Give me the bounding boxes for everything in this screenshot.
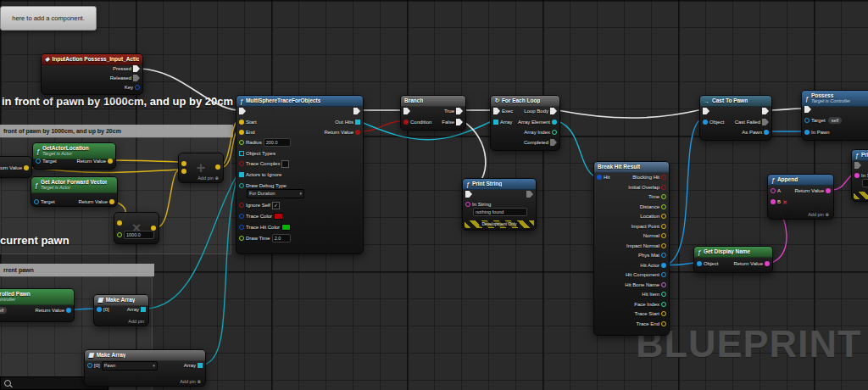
return-value-pin[interactable] xyxy=(355,130,360,135)
return-value-pin[interactable] xyxy=(66,308,71,313)
exec-pin[interactable] xyxy=(117,220,122,226)
hit-component-pin[interactable] xyxy=(661,272,666,277)
array-pin[interactable] xyxy=(198,363,203,368)
value-input[interactable]: 1000.0 xyxy=(124,231,154,239)
return-value-pin[interactable] xyxy=(826,188,831,193)
node-print-string[interactable]: ƒPrint StringIn Stringnothing foundDevel… xyxy=(462,178,537,231)
in-string-pin[interactable] xyxy=(465,202,470,207)
node-append[interactable]: ƒAppendAB✕Return ValueAdd pin ⊕ xyxy=(767,174,834,220)
exec-pin[interactable] xyxy=(493,108,500,114)
hit-bone-name-pin[interactable] xyxy=(661,282,666,287)
node-header[interactable]: Branch xyxy=(401,96,465,107)
false-pin[interactable] xyxy=(456,119,463,125)
node-branch[interactable]: BranchConditionTrueFalse xyxy=(400,95,466,131)
trace-start-pin[interactable] xyxy=(661,311,666,316)
array-index-pin[interactable] xyxy=(552,130,557,135)
dropdown-select[interactable]: Pawn▾ xyxy=(102,361,158,370)
node-make-array-1[interactable]: ▦Make Array[0]ArrayAdd pin xyxy=(93,294,149,326)
impact-point-pin[interactable] xyxy=(661,224,666,229)
add-component-button[interactable]: here to add a component. xyxy=(0,6,97,31)
exec-pin[interactable] xyxy=(353,108,360,114)
condition-pin[interactable] xyxy=(403,120,409,125)
target-pin[interactable] xyxy=(34,199,39,204)
return-value-pin[interactable] xyxy=(24,165,29,170)
node-header[interactable]: ƒPossessTarget is Controller xyxy=(802,91,868,107)
node-header[interactable]: →Cast To Pawn xyxy=(700,96,771,107)
node-header[interactable]: Break Hit Result xyxy=(594,162,669,173)
exec-pin[interactable] xyxy=(215,164,220,170)
node-get-controlled-pawn[interactable]: ƒGet Controlled PawnTarget is Controller… xyxy=(0,288,75,322)
trace-complex-pin[interactable] xyxy=(239,161,244,166)
exec-pin[interactable] xyxy=(181,169,186,174)
hit-pin[interactable] xyxy=(597,175,602,180)
key-pin[interactable] xyxy=(135,85,140,90)
object-pin[interactable] xyxy=(703,120,708,125)
location-pin[interactable] xyxy=(661,214,666,219)
add-pin-button[interactable]: Add pin ⊕ xyxy=(198,176,219,181)
trace-hit-color-pin[interactable] xyxy=(239,225,244,230)
node-header[interactable]: ƒMultiSphereTraceForObjects xyxy=(236,96,363,107)
exec-pin[interactable] xyxy=(117,232,122,237)
add-pin-button[interactable]: Add pin ⊕ xyxy=(180,379,201,384)
node-cast-to-pawn[interactable]: →Cast To PawnObjectCast FailedAs Pawn xyxy=(699,95,772,141)
exec-pin[interactable] xyxy=(703,108,709,114)
trace-end-pin[interactable] xyxy=(661,321,666,326)
node-header[interactable]: ƒGet Controlled PawnTarget is Controller xyxy=(0,289,74,305)
cast-failed-pin[interactable] xyxy=(762,119,769,125)
node-value-fragment[interactable]: Return Value xyxy=(0,156,32,178)
node-break-hit-result[interactable]: Break Hit ResultHitBlocking HitInitial O… xyxy=(593,161,670,336)
loop-body-pin[interactable] xyxy=(550,108,557,114)
node-vector-multiply[interactable]: ×1000.0 xyxy=(114,212,159,244)
value-input[interactable] xyxy=(862,179,868,187)
target-pin[interactable] xyxy=(804,118,810,123)
return-value-pin[interactable] xyxy=(109,199,114,204)
array-pin[interactable] xyxy=(493,120,498,125)
node-input-action-possess[interactable]: ◆InputAction Possess_Input_ActionPressed… xyxy=(41,53,143,95)
start-pin[interactable] xyxy=(239,120,244,125)
released-pin[interactable] xyxy=(133,75,140,81)
trace-color-pin[interactable] xyxy=(239,214,244,219)
true-pin[interactable] xyxy=(456,108,463,114)
-0--pin[interactable] xyxy=(97,307,102,312)
array-pin[interactable] xyxy=(141,307,146,312)
exec-pin[interactable] xyxy=(181,161,186,166)
exec-pin[interactable] xyxy=(239,108,246,114)
blocking-hit-pin[interactable] xyxy=(661,175,666,180)
node-possess[interactable]: ƒPossessTarget is ControllerTargetselfIn… xyxy=(801,90,868,141)
normal-pin[interactable] xyxy=(661,233,666,238)
array-element-pin[interactable] xyxy=(552,120,557,125)
time-pin[interactable] xyxy=(661,194,666,199)
checkbox[interactable] xyxy=(281,160,289,168)
exec-pin[interactable] xyxy=(403,108,410,114)
object-types-pin[interactable] xyxy=(239,151,244,156)
value-input[interactable]: 2.0 xyxy=(272,234,291,242)
exec-pin[interactable] xyxy=(526,191,533,198)
pressed-pin[interactable] xyxy=(133,65,140,72)
in-pawn-pin[interactable] xyxy=(804,130,810,135)
checkbox[interactable]: ✓ xyxy=(272,202,280,209)
node-header[interactable]: ▦Make Array xyxy=(85,350,205,361)
-0--pin[interactable] xyxy=(87,363,92,368)
node-get-display-name[interactable]: ƒGet Display NameObjectReturn Value xyxy=(693,246,773,273)
radius-pin[interactable] xyxy=(239,140,244,145)
draw-debug-type-pin[interactable] xyxy=(239,183,244,188)
node-header[interactable]: ƒAppend xyxy=(768,175,833,186)
out-hits-pin[interactable] xyxy=(355,120,360,125)
node-vector-add[interactable]: +Add pin ⊕ xyxy=(178,153,224,183)
a-pin[interactable] xyxy=(771,188,776,193)
in-string-pin[interactable] xyxy=(854,173,860,178)
end-pin[interactable] xyxy=(239,130,244,135)
color-swatch[interactable] xyxy=(274,213,283,220)
node-header[interactable]: ƒPrint String xyxy=(852,150,868,161)
node-print-string-2[interactable]: ƒPrint StringIn StringDevelopment Only xyxy=(851,149,868,202)
node-header[interactable]: ↻For Each Loop xyxy=(491,96,559,107)
hit-item-pin[interactable] xyxy=(661,292,666,297)
exec-pin[interactable] xyxy=(762,108,769,114)
node-header[interactable]: ƒGet Actor Forward VectorTarget is Actor xyxy=(31,177,117,193)
impact-normal-pin[interactable] xyxy=(661,243,666,248)
value-input[interactable]: nothing found xyxy=(473,208,527,216)
node-make-array-2[interactable]: ▦Make Array[0]Pawn▾ArrayAdd pin ⊕ xyxy=(84,349,206,387)
completed-pin[interactable] xyxy=(550,139,557,146)
node-header[interactable]: ƒPrint String xyxy=(463,179,536,190)
node-get-actor-forward-vector[interactable]: ƒGet Actor Forward VectorTarget is Actor… xyxy=(31,176,118,207)
